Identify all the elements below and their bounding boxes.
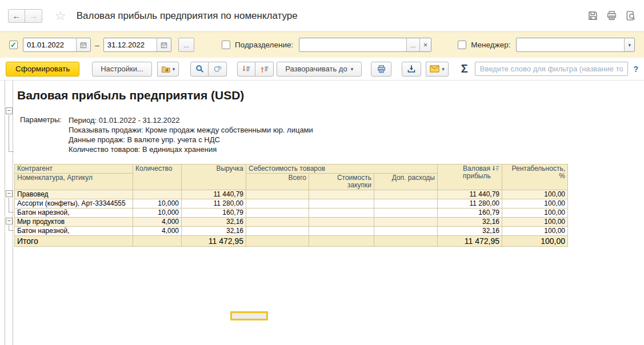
cell-revenue[interactable]: 11 472,95 — [182, 236, 246, 247]
cell-nomenclature[interactable]: Батон нарезной, — [15, 208, 133, 218]
cell-cost-total[interactable] — [246, 190, 309, 199]
chevron-down-icon[interactable]: ▾ — [624, 38, 634, 51]
cell-cost-purchase[interactable] — [309, 236, 374, 247]
manager-checkbox[interactable] — [458, 41, 466, 49]
col-header-cost-group[interactable]: Себестоимость товаров — [246, 165, 438, 174]
cell-margin[interactable]: 100,00 — [502, 199, 568, 208]
cell-profit[interactable]: 11 440,79 — [438, 190, 502, 199]
favorite-star-icon[interactable]: ☆ — [55, 10, 66, 22]
cell-contractor[interactable]: Мир продуктов — [15, 218, 133, 227]
save-report-button[interactable] — [402, 62, 421, 77]
chevron-down-icon: ▾ — [173, 66, 175, 72]
department-input[interactable] — [299, 38, 406, 51]
cell-revenue[interactable]: 32,16 — [182, 227, 246, 236]
print-report-button[interactable] — [371, 62, 391, 77]
cell-margin[interactable]: 100,00 — [502, 227, 568, 236]
col-header-cost-purchase[interactable]: Стоимость закупки — [309, 174, 374, 190]
cell-cost-total[interactable] — [246, 199, 309, 208]
cell-cost-purchase[interactable] — [309, 227, 374, 236]
cell-cost-extra[interactable] — [374, 199, 438, 208]
title-bar: ← → ☆ Валовая прибыль предприятия по ном… — [0, 0, 644, 32]
cell-cost-extra[interactable] — [374, 227, 438, 236]
forward-button[interactable]: → — [25, 9, 42, 23]
search-button[interactable] — [190, 62, 209, 77]
expand-to-button[interactable]: Разворачивать до ▾ — [277, 62, 362, 77]
cell-profit[interactable]: 32,16 — [438, 218, 502, 227]
settings-button[interactable]: Настройки... — [92, 62, 152, 77]
manager-input[interactable] — [517, 38, 624, 51]
cell-cost-extra[interactable] — [374, 190, 438, 199]
cell-nomenclature[interactable]: Ассорти (конфеты), Арт-33344555 — [15, 199, 133, 208]
cell-cost-total[interactable] — [246, 218, 309, 227]
cell-profit[interactable]: 11 472,95 — [438, 236, 502, 247]
col-header-margin[interactable]: Рентабельность, % — [502, 165, 568, 190]
period-checkbox[interactable]: ✓ — [9, 41, 18, 49]
back-button[interactable]: ← — [8, 9, 25, 23]
cell-cost-total[interactable] — [246, 227, 309, 236]
cell-contractor[interactable]: Правовед — [15, 190, 133, 199]
period-variants-button[interactable]: ... — [178, 38, 194, 52]
cell-cost-total[interactable] — [246, 208, 309, 218]
print-icon[interactable] — [606, 10, 617, 21]
cell-profit[interactable]: 32,16 — [438, 227, 502, 236]
cell-cost-purchase[interactable] — [309, 190, 374, 199]
cell-revenue[interactable]: 160,79 — [182, 208, 246, 218]
sum-sigma-icon[interactable]: Σ — [461, 62, 468, 75]
cell-cost-purchase[interactable] — [309, 199, 374, 208]
calendar-icon[interactable] — [76, 38, 90, 51]
col-header-cost-total[interactable]: Всего — [246, 174, 309, 190]
titlebar-icons — [587, 10, 636, 21]
collapse-report-button[interactable]: − — [6, 107, 13, 114]
search-next-button[interactable] — [209, 62, 227, 77]
cell-qty[interactable] — [133, 190, 182, 199]
collapse-group-button[interactable]: − — [6, 218, 13, 224]
save-icon[interactable] — [587, 10, 598, 21]
sort-ascending-button[interactable] — [255, 62, 274, 77]
cell-profit[interactable]: 11 280,00 — [438, 199, 502, 208]
col-header-nomenclature[interactable]: Номенклатура, Артикул — [15, 174, 133, 190]
selected-cell-indicator[interactable] — [230, 311, 268, 320]
manager-label: Менеджер: — [471, 41, 510, 49]
cell-revenue[interactable]: 32,16 — [182, 218, 246, 227]
report-variants-button[interactable]: ▾ — [157, 62, 179, 77]
cell-cost-purchase[interactable] — [309, 208, 374, 218]
generate-button[interactable]: Сформировать — [6, 62, 79, 77]
cell-revenue[interactable]: 11 440,79 — [182, 190, 246, 199]
clear-icon[interactable]: × — [419, 38, 431, 51]
cell-cost-total[interactable] — [246, 236, 309, 247]
cell-qty[interactable]: 4,000 — [133, 218, 182, 227]
cell-margin[interactable]: 100,00 — [502, 208, 568, 218]
cell-nomenclature[interactable]: Батон нарезной, — [15, 227, 133, 236]
cell-qty[interactable]: 10,000 — [133, 199, 182, 208]
calendar-icon[interactable] — [157, 38, 171, 51]
quick-filter-input[interactable] — [475, 62, 629, 76]
choose-ellipsis-icon[interactable]: ... — [406, 38, 419, 51]
cell-revenue[interactable]: 11 280,00 — [182, 199, 246, 208]
cell-margin[interactable]: 100,00 — [502, 218, 568, 227]
cell-cost-extra[interactable] — [374, 236, 438, 247]
col-header-profit[interactable]: Валовая прибыль — [438, 165, 502, 190]
cell-total-label[interactable]: Итого — [15, 236, 133, 247]
cell-margin[interactable]: 100,00 — [502, 236, 568, 247]
period-to-input[interactable] — [104, 38, 157, 51]
col-header-cost-extra[interactable]: Доп. расходы — [374, 174, 438, 190]
period-from-input[interactable] — [23, 38, 76, 51]
cell-qty[interactable] — [133, 236, 182, 247]
cell-cost-extra[interactable] — [374, 208, 438, 218]
collapse-group-button[interactable]: − — [6, 190, 13, 197]
col-header-quantity[interactable]: Количество — [133, 165, 182, 190]
col-header-contractor[interactable]: Контрагент — [15, 165, 133, 174]
cell-profit[interactable]: 160,79 — [438, 208, 502, 218]
cell-qty[interactable]: 10,000 — [133, 208, 182, 218]
sort-descending-icon — [492, 166, 499, 172]
cell-qty[interactable]: 4,000 — [133, 227, 182, 236]
cell-margin[interactable]: 100,00 — [502, 190, 568, 199]
find-in-document-icon[interactable] — [625, 10, 636, 21]
department-checkbox[interactable] — [222, 41, 230, 49]
send-email-button[interactable]: ▾ — [426, 62, 449, 77]
sort-descending-button[interactable] — [237, 62, 255, 77]
help-icon[interactable]: ? — [633, 65, 638, 74]
cell-cost-extra[interactable] — [374, 218, 438, 227]
cell-cost-purchase[interactable] — [309, 218, 374, 227]
col-header-revenue[interactable]: Выручка — [182, 165, 246, 190]
